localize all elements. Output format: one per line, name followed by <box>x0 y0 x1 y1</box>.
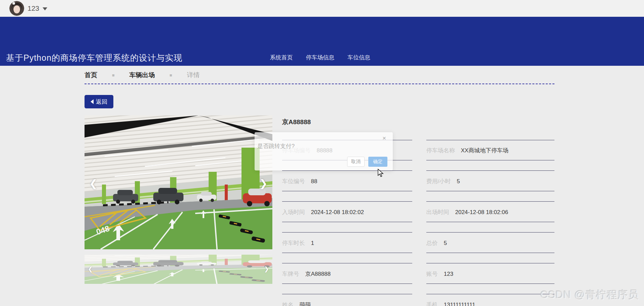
field-phone: 手机 13111111111 <box>426 298 554 306</box>
thumbnail-prev-button[interactable]: ❮ <box>88 266 93 272</box>
breadcrumb-home[interactable]: 首页 <box>85 71 97 80</box>
thumbnail-next-button[interactable]: ❯ <box>264 266 269 272</box>
field-plate-number: 车牌号 京A88888 <box>282 267 412 294</box>
field-account: 账号 123 <box>426 267 554 294</box>
cancel-button[interactable]: 取消 <box>347 157 365 167</box>
main-nav: 系统首页 停车场信息 车位信息 <box>270 54 370 61</box>
field-parkinglot-name: 停车场名称 XX商城地下停车场 <box>426 144 554 171</box>
avatar-image <box>9 1 24 16</box>
confirm-button[interactable]: 确定 <box>368 157 387 167</box>
detail-title-block-spacer <box>426 115 554 140</box>
back-arrow-icon <box>91 99 94 104</box>
parking-photo: 048 <box>85 115 272 249</box>
detail-right-column: 停车场名称 XX商城地下停车场 费用/小时 5 出场时间 2024-12-08 … <box>426 115 554 306</box>
back-button[interactable]: 返回 <box>85 95 113 108</box>
payment-confirm-dialog: × 是否跳转支付? 取消 确定 <box>255 132 393 170</box>
dialog-message: 是否跳转支付? <box>257 142 294 150</box>
field-name: 姓名 萌萌 <box>282 298 412 306</box>
carousel-next-button[interactable]: ❯ <box>259 178 268 189</box>
field-space-number: 车位编号 88 <box>282 174 412 202</box>
thumbnail-overlay <box>85 255 272 284</box>
csdn-watermark: CSDN @青柠程序员 <box>540 288 639 302</box>
carousel-main-image: 048 ❮ ❯ <box>85 115 272 249</box>
user-menu[interactable]: 123 <box>9 1 47 16</box>
dialog-buttons: 取消 确定 <box>347 157 387 167</box>
nav-item-home[interactable]: 系统首页 <box>270 54 293 61</box>
field-entry-time: 入场时间 2024-12-08 18:02:02 <box>282 205 412 233</box>
topbar: 123 <box>0 0 644 17</box>
plate-title: 京A88888 <box>282 118 311 126</box>
field-total-price: 总价 5 <box>426 236 554 263</box>
field-duration: 停车时长 1 <box>282 236 412 263</box>
app-header: 基于Python的商场停车管理系统的设计与实现 系统首页 停车场信息 车位信息 <box>0 17 644 66</box>
nav-item-parkinglot[interactable]: 停车场信息 <box>306 54 334 61</box>
username-label[interactable]: 123 <box>28 4 39 12</box>
back-button-label: 返回 <box>96 98 107 106</box>
breadcrumb-vehicle-exit[interactable]: 车辆出场 <box>129 71 155 80</box>
nav-item-parkingspace[interactable]: 车位信息 <box>347 54 370 61</box>
chevron-down-icon[interactable] <box>43 7 47 10</box>
field-exit-time: 出场时间 2024-12-08 18:02:06 <box>426 205 554 233</box>
dashed-divider <box>85 84 554 84</box>
breadcrumb: 首页 ≡ 车辆出场 ≡ 详情 <box>85 69 200 81</box>
breadcrumb-separator-icon: ≡ <box>170 73 172 78</box>
page-title: 基于Python的商场停车管理系统的设计与实现 <box>6 52 182 63</box>
breadcrumb-detail: 详情 <box>187 71 200 80</box>
breadcrumb-separator-icon: ≡ <box>112 73 115 78</box>
avatar[interactable] <box>9 1 24 16</box>
carousel-prev-button[interactable]: ❮ <box>89 178 98 189</box>
close-icon[interactable]: × <box>382 135 386 141</box>
carousel-thumbnail[interactable]: ❮ ❯ <box>85 255 272 284</box>
field-fee-per-hour: 费用/小时 5 <box>426 174 554 202</box>
